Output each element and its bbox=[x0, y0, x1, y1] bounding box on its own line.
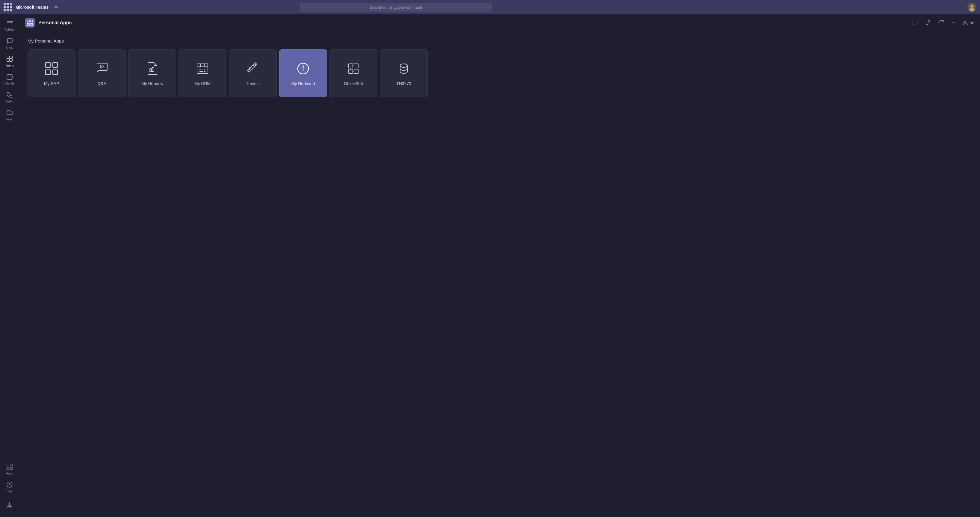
svg-point-14 bbox=[9, 486, 10, 487]
app-tile-qa-label: Q&A bbox=[97, 81, 106, 86]
svg-rect-38 bbox=[354, 69, 358, 73]
svg-point-21 bbox=[954, 22, 955, 23]
app-tile-my-reports-label: My Reports bbox=[142, 81, 163, 86]
svg-point-23 bbox=[964, 21, 966, 23]
compose-icon[interactable]: ✏ bbox=[52, 3, 60, 11]
my-redmind-icon bbox=[295, 61, 311, 76]
help-icon bbox=[6, 481, 13, 489]
sidebar-item-calls[interactable]: Calls bbox=[1, 89, 18, 105]
svg-point-1 bbox=[970, 5, 974, 8]
app-tile-my-sap[interactable]: My SAP bbox=[27, 49, 75, 97]
svg-rect-9 bbox=[7, 464, 9, 466]
svg-rect-15 bbox=[7, 506, 12, 507]
svg-point-20 bbox=[952, 22, 953, 23]
svg-rect-35 bbox=[348, 64, 353, 68]
refresh-action-button[interactable] bbox=[936, 18, 946, 27]
svg-rect-27 bbox=[53, 63, 57, 67]
app-tile-tn3270[interactable]: TN3270 bbox=[380, 49, 428, 97]
svg-rect-4 bbox=[7, 56, 9, 59]
sidebar-item-chat-label: Chat bbox=[6, 46, 13, 49]
sidebar-item-activity-label: Activity bbox=[5, 28, 14, 31]
sidebar-item-update[interactable] bbox=[1, 496, 18, 514]
svg-rect-16 bbox=[27, 20, 29, 22]
apps-grid: My SAP Q&A bbox=[27, 49, 972, 97]
svg-rect-28 bbox=[53, 70, 57, 75]
more-action-button[interactable] bbox=[950, 18, 959, 27]
update-icon bbox=[6, 501, 13, 509]
teams-icon bbox=[6, 56, 13, 63]
svg-point-22 bbox=[956, 22, 957, 23]
svg-rect-8 bbox=[7, 75, 12, 80]
svg-point-39 bbox=[400, 64, 407, 67]
sidebar-item-help-label: Help bbox=[6, 490, 13, 493]
waffle-menu-icon[interactable] bbox=[3, 3, 12, 11]
app-tile-office-365[interactable]: Office 365 bbox=[329, 49, 377, 97]
sidebar-item-teams-label: Teams bbox=[5, 64, 14, 67]
title-bar: Microsoft Teams ✏ bbox=[0, 0, 980, 14]
svg-rect-31 bbox=[152, 67, 154, 72]
svg-rect-25 bbox=[46, 63, 50, 67]
search-input[interactable] bbox=[304, 5, 488, 10]
main-layout: Activity Chat Teams bbox=[0, 14, 980, 517]
my-crm-icon bbox=[195, 61, 210, 76]
svg-rect-19 bbox=[30, 23, 33, 25]
svg-rect-12 bbox=[10, 467, 12, 469]
chat-action-button[interactable] bbox=[910, 18, 920, 27]
my-sap-icon bbox=[44, 61, 59, 76]
avatar[interactable] bbox=[967, 3, 977, 12]
popout-action-button[interactable] bbox=[923, 18, 933, 27]
app-header-right bbox=[910, 18, 974, 27]
qa-icon bbox=[94, 61, 110, 76]
search-bar bbox=[300, 3, 492, 12]
files-icon bbox=[6, 109, 13, 117]
content-area: Personal Apps bbox=[19, 14, 980, 517]
personal-apps-icon bbox=[25, 18, 35, 27]
app-tile-my-redmind-label: My Redmind bbox=[291, 81, 315, 86]
sidebar-more-button[interactable]: ··· bbox=[1, 125, 18, 137]
sidebar-item-calendar[interactable]: Calendar bbox=[1, 71, 18, 87]
app-tile-travels[interactable]: Travels bbox=[229, 49, 277, 97]
sidebar-item-calendar-label: Calendar bbox=[3, 82, 16, 85]
page-content: My Personal Apps My SAP bbox=[19, 31, 980, 517]
activity-icon bbox=[6, 19, 13, 27]
app-tile-tn3270-label: TN3270 bbox=[396, 81, 411, 86]
sidebar-item-activity[interactable]: Activity bbox=[1, 17, 18, 33]
app-tile-my-reports[interactable]: My Reports bbox=[128, 49, 176, 97]
sidebar-item-teams[interactable]: Teams bbox=[1, 53, 18, 70]
svg-rect-18 bbox=[27, 23, 29, 25]
tn3270-icon bbox=[396, 61, 412, 76]
app-header-title: Personal Apps bbox=[38, 20, 72, 25]
svg-rect-32 bbox=[197, 64, 208, 73]
travels-icon bbox=[245, 61, 261, 76]
svg-rect-37 bbox=[348, 69, 353, 73]
chat-icon bbox=[6, 37, 13, 45]
page-title: My Personal Apps bbox=[27, 38, 972, 43]
svg-point-2 bbox=[969, 8, 975, 12]
user-settings-button[interactable] bbox=[963, 20, 974, 25]
svg-rect-10 bbox=[10, 464, 12, 466]
app-tile-my-redmind[interactable]: My Redmind bbox=[279, 49, 327, 97]
svg-rect-17 bbox=[30, 20, 33, 22]
sidebar-item-chat[interactable]: Chat bbox=[1, 35, 18, 51]
svg-point-24 bbox=[971, 22, 973, 23]
app-tile-my-crm[interactable]: My CRM bbox=[178, 49, 226, 97]
sidebar-item-apps[interactable]: Apps bbox=[1, 461, 18, 477]
app-tile-office-365-label: Office 365 bbox=[344, 81, 363, 86]
sidebar-item-help[interactable]: Help bbox=[1, 479, 18, 495]
sidebar-item-files[interactable]: Files bbox=[1, 107, 18, 123]
apps-icon bbox=[6, 463, 13, 471]
sidebar-item-files-label: Files bbox=[6, 118, 13, 121]
svg-rect-5 bbox=[10, 56, 12, 59]
svg-rect-30 bbox=[150, 68, 151, 72]
svg-rect-36 bbox=[354, 64, 358, 68]
more-icon: ··· bbox=[7, 127, 12, 134]
svg-point-3 bbox=[11, 21, 13, 22]
svg-rect-11 bbox=[7, 467, 9, 469]
calls-icon bbox=[6, 91, 13, 99]
calendar-icon bbox=[6, 73, 13, 81]
svg-rect-7 bbox=[10, 59, 12, 61]
sidebar-item-apps-label: Apps bbox=[6, 472, 13, 475]
sidebar-item-calls-label: Calls bbox=[6, 100, 13, 103]
app-tile-qa[interactable]: Q&A bbox=[78, 49, 126, 97]
office-365-icon bbox=[346, 61, 361, 76]
